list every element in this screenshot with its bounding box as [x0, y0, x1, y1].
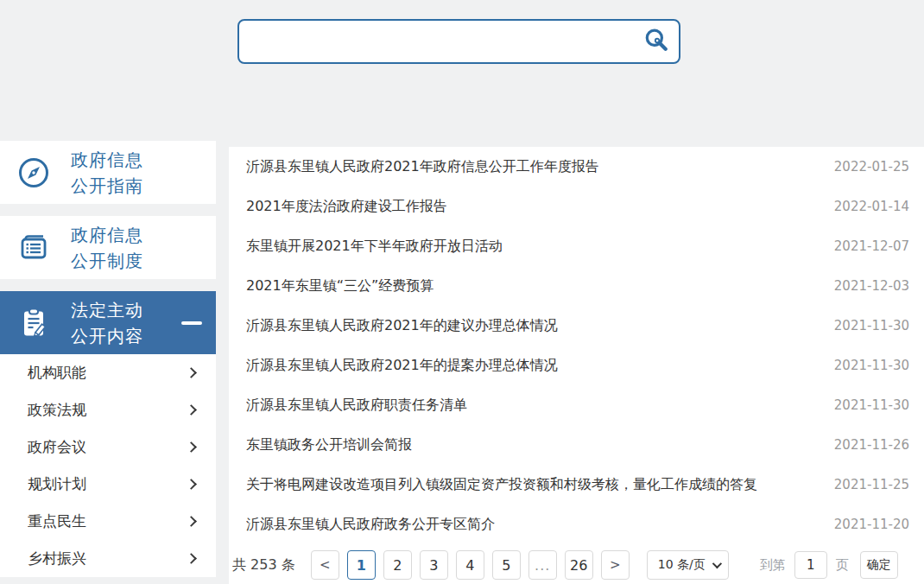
sidebar-item-disclosure-system[interactable]: 政府信息 公开制度: [0, 216, 216, 279]
article-date: 2021-12-03: [834, 278, 909, 294]
page-size-select[interactable]: 10 条/页: [647, 550, 729, 580]
compass-icon: [16, 156, 51, 190]
sidebar: 政府信息 公开指南 政府信息 公开制度: [0, 141, 216, 577]
subitem-label: 机构职能: [28, 363, 86, 383]
article-date: 2022-01-25: [834, 159, 909, 175]
sidebar-subitem-plans[interactable]: 规划计划: [0, 466, 216, 503]
list-row: 沂源县东里镇人民政府2021年的建议办理总体情况 2021-11-30: [229, 306, 924, 346]
chevron-right-icon: [186, 404, 197, 416]
goto-page-input[interactable]: [794, 551, 827, 579]
document-list-icon: [16, 231, 51, 265]
sidebar-subitem-policies[interactable]: 政策法规: [0, 391, 216, 428]
sidebar-sub-list: 机构职能 政策法规 政府会议 规划计划 重点民生 乡村振兴: [0, 354, 216, 577]
sidebar-subitem-rural-revitalization[interactable]: 乡村振兴: [0, 540, 216, 577]
sidebar-item-statutory-disclosure[interactable]: 法定主动 公开内容: [0, 291, 216, 354]
search-icon: [643, 28, 669, 56]
sidebar-item-label: 法定主动 公开内容: [71, 297, 143, 349]
article-link[interactable]: 沂源县东里镇人民政府2021年的建议办理总体情况: [246, 317, 820, 335]
list-row: 沂源县东里镇人民政府2021年的提案办理总体情况 2021-11-30: [229, 346, 924, 385]
chevron-right-icon: [186, 516, 197, 527]
article-date: 2021-11-30: [834, 358, 909, 373]
article-date: 2021-11-26: [834, 437, 909, 453]
subitem-label: 政府会议: [28, 437, 86, 457]
page-button-4[interactable]: 4: [456, 550, 484, 580]
chevron-right-icon: [186, 367, 197, 378]
confirm-button[interactable]: 确定: [860, 551, 898, 579]
chevron-right-icon: [186, 479, 197, 490]
article-link[interactable]: 沂源县东里镇人民政府2021年的提案办理总体情况: [246, 357, 820, 375]
article-date: 2021-12-07: [834, 238, 909, 254]
page-button-1[interactable]: 1: [347, 550, 376, 580]
list-row: 东里镇开展2021年下半年政府开放日活动 2021-12-07: [229, 226, 924, 266]
article-date: 2021-11-25: [834, 477, 909, 492]
subitem-label: 乡村振兴: [28, 549, 86, 568]
subitem-label: 规划计划: [28, 474, 86, 494]
page-button-26[interactable]: 26: [565, 550, 593, 580]
list-row: 2021年度法治政府建设工作报告 2022-01-14: [229, 187, 924, 226]
search-input[interactable]: [239, 21, 634, 62]
list-row: 东里镇政务公开培训会简报 2021-11-26: [229, 425, 924, 465]
article-link[interactable]: 东里镇开展2021年下半年政府开放日活动: [246, 238, 820, 256]
next-page-button[interactable]: >: [601, 550, 630, 580]
article-link[interactable]: 沂源县东里镇人民政府政务公开专区简介: [246, 516, 820, 534]
article-link[interactable]: 2021年度法治政府建设工作报告: [246, 198, 820, 216]
pagination-total: 共 253 条: [232, 556, 295, 574]
chevron-right-icon: [186, 553, 197, 564]
article-link[interactable]: 沂源县东里镇人民政府2021年政府信息公开工作年度报告: [246, 158, 820, 176]
list-row: 沂源县东里镇人民政府2021年政府信息公开工作年度报告 2022-01-25: [229, 147, 924, 187]
search-box: [237, 19, 680, 64]
article-date: 2021-11-20: [834, 517, 909, 532]
subitem-label: 政策法规: [28, 400, 86, 420]
ellipsis-page-button[interactable]: ...: [528, 550, 557, 580]
sidebar-item-label: 政府信息 公开制度: [71, 222, 143, 274]
list-row: 沂源县东里镇人民政府政务公开专区简介 2021-11-20: [229, 505, 924, 544]
sidebar-subitem-org-functions[interactable]: 机构职能: [0, 354, 216, 391]
subitem-label: 重点民生: [28, 511, 86, 531]
sidebar-item-label: 政府信息 公开指南: [71, 147, 143, 199]
chevron-down-icon: [712, 559, 721, 568]
page-button-5[interactable]: 5: [492, 550, 521, 580]
article-link[interactable]: 2021年东里镇“三公”经费预算: [246, 277, 820, 295]
clipboard-pencil-icon: [16, 306, 51, 340]
sidebar-item-disclosure-guide[interactable]: 政府信息 公开指南: [0, 141, 216, 204]
article-list-panel: 沂源县东里镇人民政府2021年政府信息公开工作年度报告 2022-01-25 2…: [229, 147, 924, 584]
chevron-right-icon: [186, 441, 197, 453]
goto-page-label: 到第: [760, 557, 786, 574]
list-row: 沂源县东里镇人民政府职责任务清单 2021-11-30: [229, 385, 924, 425]
list-row: 2021年东里镇“三公”经费预算 2021-12-03: [229, 266, 924, 306]
pagination-bar: 共 253 条 < 1 2 3 4 5 ... 26 > 10 条/页 到第 页…: [229, 550, 924, 580]
search-button[interactable]: [634, 21, 679, 62]
page-button-3[interactable]: 3: [420, 550, 448, 580]
page-button-2[interactable]: 2: [383, 550, 412, 580]
article-date: 2021-11-30: [834, 318, 909, 333]
prev-page-button[interactable]: <: [311, 550, 339, 580]
article-date: 2022-01-14: [834, 199, 909, 214]
list-row: 关于将电网建设改造项目列入镇级固定资产投资额和村级考核，量化工作成绩的答复 20…: [229, 465, 924, 505]
article-link[interactable]: 沂源县东里镇人民政府职责任务清单: [246, 397, 820, 415]
goto-page-unit: 页: [836, 557, 849, 574]
page-root: 政府信息 公开指南 政府信息 公开制度: [0, 0, 924, 584]
sidebar-subitem-gov-meetings[interactable]: 政府会议: [0, 428, 216, 466]
sidebar-subitem-livelihood[interactable]: 重点民生: [0, 503, 216, 540]
minus-icon: [181, 321, 202, 325]
page-size-value: 10 条/页: [658, 557, 706, 573]
article-date: 2021-11-30: [834, 397, 909, 413]
article-link[interactable]: 东里镇政务公开培训会简报: [246, 436, 820, 454]
article-link[interactable]: 关于将电网建设改造项目列入镇级固定资产投资额和村级考核，量化工作成绩的答复: [246, 476, 820, 494]
